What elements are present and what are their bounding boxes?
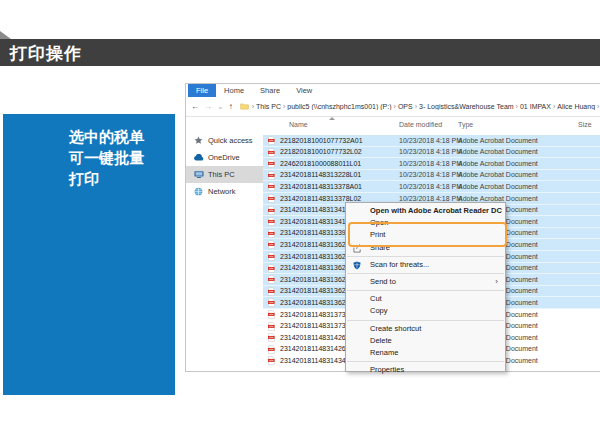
print-highlight-annotation [348, 222, 507, 247]
breadcrumb-segment-01-impax[interactable]: 01 IMPAX [520, 103, 551, 110]
pdf-file-icon [268, 240, 275, 249]
pdf-file-icon [268, 356, 275, 365]
breadcrumb-segment-this-pc[interactable]: This PC [256, 103, 281, 110]
file-row[interactable]: 221820181001077732L0210/23/2018 4:18 PMA… [263, 147, 600, 159]
sidebar-item-network[interactable]: Network [186, 183, 263, 200]
file-type: Adobe Acrobat Document [458, 195, 538, 202]
menu-item-label: Create shortcut [370, 324, 421, 333]
pdf-file-icon [268, 275, 275, 284]
menu-item-label: Rename [370, 348, 398, 357]
context-menu-item-cut[interactable]: Cut [346, 293, 505, 305]
breadcrumb-separator-icon: › [553, 103, 555, 110]
menu-item-label: Copy [370, 306, 388, 315]
banner-fold-decoration [0, 31, 11, 39]
pdf-file-icon [268, 136, 275, 145]
pdf-file-icon [268, 264, 275, 273]
file-row[interactable]: 224620181000088011L0110/23/2018 4:18 PMA… [263, 158, 600, 170]
file-date: 10/23/2018 4:18 PM [399, 160, 462, 167]
pdf-file-icon [268, 206, 275, 215]
file-date: 10/23/2018 4:18 PM [399, 137, 462, 144]
ribbon-tab-share[interactable]: Share [252, 84, 288, 97]
file-name: 231420181148313378L02 [280, 195, 361, 202]
ribbon-tab-view[interactable]: View [288, 84, 320, 97]
file-date: 10/23/2018 4:18 PM [399, 171, 462, 178]
file-type: Adobe Acrobat Document [458, 183, 538, 190]
note-panel: 选中的税单 可一键批量 打印 [3, 114, 175, 395]
list-column-headers: Name Date modified Type Size [263, 116, 600, 135]
page-title: 打印操作 [10, 42, 82, 65]
pdf-file-icon [268, 252, 275, 261]
context-menu-item-create-shortcut[interactable]: Create shortcut [346, 323, 505, 335]
menu-separator [347, 256, 504, 257]
file-row[interactable]: 231420181148313378A0110/23/2018 4:18 PMA… [263, 181, 600, 193]
file-date: 10/23/2018 4:18 PM [399, 148, 462, 155]
pdf-file-icon [268, 171, 275, 180]
file-type: Adobe Acrobat Document [458, 171, 538, 178]
pdf-file-icon [268, 310, 275, 319]
menu-item-label: Open with Adobe Acrobat Reader DC [370, 206, 502, 215]
pdf-file-icon [268, 229, 275, 238]
slide: 打印操作 选中的税单 可一键批量 打印 FileHomeShareView ← … [0, 0, 600, 424]
context-menu-item-delete[interactable]: Delete [346, 335, 505, 347]
context-menu-item-properties[interactable]: Properties [346, 364, 505, 376]
menu-item-label: Scan for threats... [370, 260, 429, 269]
sidebar-item-quick-access[interactable]: Quick access [186, 132, 263, 149]
context-menu-item-send-to[interactable]: Send to› [346, 276, 505, 288]
pdf-file-icon [268, 182, 275, 191]
file-type: Adobe Acrobat Document [458, 148, 538, 155]
context-menu-item-scan-for-threats[interactable]: Scan for threats... [346, 259, 505, 271]
menu-item-label: Delete [370, 336, 392, 345]
context-menu-item-rename[interactable]: Rename [346, 347, 505, 359]
context-menu-item-copy[interactable]: Copy [346, 305, 505, 317]
sidebar-item-label: Quick access [208, 136, 253, 145]
file-row[interactable]: 231420181148313228L0110/23/2018 4:18 PMA… [263, 170, 600, 182]
monitor-icon [193, 170, 204, 179]
back-arrow-icon[interactable]: ← [191, 102, 199, 111]
breadcrumb-separator-icon: › [252, 103, 254, 110]
file-name: 231420181148313378A01 [280, 183, 362, 190]
menu-separator [347, 273, 504, 274]
breadcrumb-segment-3-logistics-warehouse-team[interactable]: 3- Logistics&Warehouse Team [419, 103, 514, 110]
breadcrumb-separator-icon: › [516, 103, 518, 110]
sidebar-item-onedrive[interactable]: OneDrive [186, 149, 263, 166]
column-header-type[interactable]: Type [458, 121, 473, 128]
column-header-date[interactable]: Date modified [399, 121, 442, 128]
cloud-icon [193, 154, 204, 161]
file-name: 224620181000088011L01 [280, 160, 361, 167]
menu-item-label: Send to [370, 277, 396, 286]
file-name: 221820181001077732A01 [280, 137, 363, 144]
pdf-file-icon [268, 345, 275, 354]
file-row[interactable]: 221820181001077732A0110/23/2018 4:18 PMA… [263, 135, 600, 147]
file-date: 10/23/2018 4:18 PM [399, 195, 462, 202]
sidebar-item-label: OneDrive [208, 153, 240, 162]
shield-icon [353, 261, 361, 270]
pdf-file-icon [268, 333, 275, 342]
breadcrumb: ›This PC›public5 (\\cnhszhphc1ms001) (P:… [252, 103, 600, 110]
menu-item-label: Properties [370, 365, 404, 374]
title-banner [0, 39, 600, 66]
menu-item-label: Cut [370, 294, 382, 303]
pdf-file-icon [268, 217, 275, 226]
note-line: 打印 [69, 168, 144, 189]
breadcrumb-separator-icon: › [394, 103, 396, 110]
sidebar-item-label: Network [208, 187, 236, 196]
ribbon-tab-home[interactable]: Home [216, 84, 252, 97]
ribbon-tab-file[interactable]: File [188, 84, 216, 97]
breadcrumb-segment-ops[interactable]: OPS [398, 103, 413, 110]
context-menu-item-open-with-adobe-acrobat-reader-dc[interactable]: Open with Adobe Acrobat Reader DC [346, 205, 505, 217]
column-header-name[interactable]: Name [289, 121, 308, 128]
sidebar-item-this-pc[interactable]: This PC [186, 166, 263, 183]
file-name: 221820181001077732L02 [280, 148, 362, 155]
file-type: Adobe Acrobat Document [458, 137, 538, 144]
globe-icon [193, 187, 204, 196]
star-icon [193, 136, 204, 145]
breadcrumb-separator-icon: › [597, 103, 599, 110]
column-header-size[interactable]: Size [578, 121, 592, 128]
chevron-down-icon[interactable]: ⌄ [217, 102, 224, 111]
breadcrumb-segment-public5-cnhszhphc1ms001-p[interactable]: public5 (\\cnhszhphc1ms001) (P:) [287, 103, 391, 110]
pdf-file-icon [268, 298, 275, 307]
file-type: Adobe Acrobat Document [458, 160, 538, 167]
breadcrumb-segment-alice-huang[interactable]: Alice Huang [557, 103, 595, 110]
up-arrow-icon[interactable]: ↑ [229, 102, 233, 111]
forward-arrow-icon[interactable]: → [204, 102, 212, 111]
